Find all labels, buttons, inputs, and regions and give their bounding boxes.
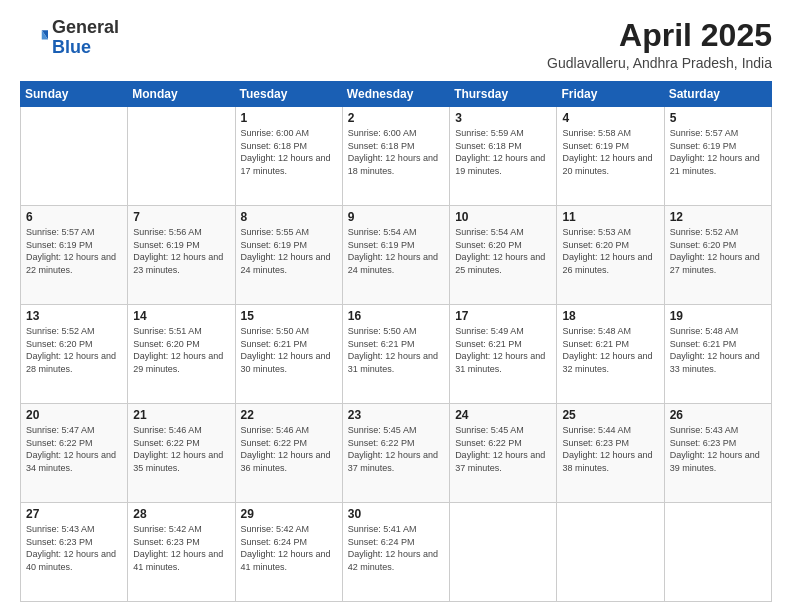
day-info: Sunrise: 5:45 AM Sunset: 6:22 PM Dayligh… xyxy=(455,424,551,474)
day-number: 28 xyxy=(133,507,229,521)
day-info: Sunrise: 5:50 AM Sunset: 6:21 PM Dayligh… xyxy=(348,325,444,375)
day-number: 5 xyxy=(670,111,766,125)
week-row-2: 6Sunrise: 5:57 AM Sunset: 6:19 PM Daylig… xyxy=(21,206,772,305)
calendar-cell xyxy=(557,503,664,602)
calendar-cell: 11Sunrise: 5:53 AM Sunset: 6:20 PM Dayli… xyxy=(557,206,664,305)
calendar-cell: 4Sunrise: 5:58 AM Sunset: 6:19 PM Daylig… xyxy=(557,107,664,206)
calendar-cell: 17Sunrise: 5:49 AM Sunset: 6:21 PM Dayli… xyxy=(450,305,557,404)
calendar-cell: 29Sunrise: 5:42 AM Sunset: 6:24 PM Dayli… xyxy=(235,503,342,602)
week-row-4: 20Sunrise: 5:47 AM Sunset: 6:22 PM Dayli… xyxy=(21,404,772,503)
day-number: 25 xyxy=(562,408,658,422)
day-number: 19 xyxy=(670,309,766,323)
calendar-cell: 14Sunrise: 5:51 AM Sunset: 6:20 PM Dayli… xyxy=(128,305,235,404)
calendar-cell: 24Sunrise: 5:45 AM Sunset: 6:22 PM Dayli… xyxy=(450,404,557,503)
calendar-title: April 2025 xyxy=(547,18,772,53)
day-info: Sunrise: 5:53 AM Sunset: 6:20 PM Dayligh… xyxy=(562,226,658,276)
calendar-cell: 6Sunrise: 5:57 AM Sunset: 6:19 PM Daylig… xyxy=(21,206,128,305)
day-info: Sunrise: 5:59 AM Sunset: 6:18 PM Dayligh… xyxy=(455,127,551,177)
day-number: 23 xyxy=(348,408,444,422)
calendar-cell: 1Sunrise: 6:00 AM Sunset: 6:18 PM Daylig… xyxy=(235,107,342,206)
title-block: April 2025 Gudlavalleru, Andhra Pradesh,… xyxy=(547,18,772,71)
calendar-cell: 10Sunrise: 5:54 AM Sunset: 6:20 PM Dayli… xyxy=(450,206,557,305)
logo-blue-text: Blue xyxy=(52,37,91,57)
day-info: Sunrise: 5:50 AM Sunset: 6:21 PM Dayligh… xyxy=(241,325,337,375)
calendar-cell: 30Sunrise: 5:41 AM Sunset: 6:24 PM Dayli… xyxy=(342,503,449,602)
calendar-cell xyxy=(21,107,128,206)
day-number: 22 xyxy=(241,408,337,422)
day-info: Sunrise: 5:43 AM Sunset: 6:23 PM Dayligh… xyxy=(26,523,122,573)
day-info: Sunrise: 5:48 AM Sunset: 6:21 PM Dayligh… xyxy=(670,325,766,375)
day-info: Sunrise: 5:52 AM Sunset: 6:20 PM Dayligh… xyxy=(26,325,122,375)
day-number: 2 xyxy=(348,111,444,125)
day-info: Sunrise: 5:51 AM Sunset: 6:20 PM Dayligh… xyxy=(133,325,229,375)
calendar-table: SundayMondayTuesdayWednesdayThursdayFrid… xyxy=(20,81,772,602)
weekday-header-thursday: Thursday xyxy=(450,82,557,107)
day-info: Sunrise: 5:44 AM Sunset: 6:23 PM Dayligh… xyxy=(562,424,658,474)
day-number: 15 xyxy=(241,309,337,323)
weekday-header-saturday: Saturday xyxy=(664,82,771,107)
logo: General Blue xyxy=(20,18,119,58)
calendar-cell: 20Sunrise: 5:47 AM Sunset: 6:22 PM Dayli… xyxy=(21,404,128,503)
calendar-cell: 16Sunrise: 5:50 AM Sunset: 6:21 PM Dayli… xyxy=(342,305,449,404)
calendar-cell: 19Sunrise: 5:48 AM Sunset: 6:21 PM Dayli… xyxy=(664,305,771,404)
day-info: Sunrise: 6:00 AM Sunset: 6:18 PM Dayligh… xyxy=(241,127,337,177)
day-number: 3 xyxy=(455,111,551,125)
day-number: 8 xyxy=(241,210,337,224)
day-number: 27 xyxy=(26,507,122,521)
calendar-cell: 28Sunrise: 5:42 AM Sunset: 6:23 PM Dayli… xyxy=(128,503,235,602)
day-number: 1 xyxy=(241,111,337,125)
calendar-cell: 3Sunrise: 5:59 AM Sunset: 6:18 PM Daylig… xyxy=(450,107,557,206)
day-number: 17 xyxy=(455,309,551,323)
calendar-cell: 26Sunrise: 5:43 AM Sunset: 6:23 PM Dayli… xyxy=(664,404,771,503)
day-number: 7 xyxy=(133,210,229,224)
calendar-cell: 8Sunrise: 5:55 AM Sunset: 6:19 PM Daylig… xyxy=(235,206,342,305)
day-info: Sunrise: 5:57 AM Sunset: 6:19 PM Dayligh… xyxy=(670,127,766,177)
day-info: Sunrise: 5:49 AM Sunset: 6:21 PM Dayligh… xyxy=(455,325,551,375)
weekday-header-friday: Friday xyxy=(557,82,664,107)
calendar-cell xyxy=(664,503,771,602)
day-number: 13 xyxy=(26,309,122,323)
day-info: Sunrise: 5:41 AM Sunset: 6:24 PM Dayligh… xyxy=(348,523,444,573)
calendar-cell: 9Sunrise: 5:54 AM Sunset: 6:19 PM Daylig… xyxy=(342,206,449,305)
weekday-header-sunday: Sunday xyxy=(21,82,128,107)
day-number: 30 xyxy=(348,507,444,521)
day-number: 16 xyxy=(348,309,444,323)
day-info: Sunrise: 5:48 AM Sunset: 6:21 PM Dayligh… xyxy=(562,325,658,375)
day-info: Sunrise: 6:00 AM Sunset: 6:18 PM Dayligh… xyxy=(348,127,444,177)
day-info: Sunrise: 5:42 AM Sunset: 6:23 PM Dayligh… xyxy=(133,523,229,573)
calendar-cell: 13Sunrise: 5:52 AM Sunset: 6:20 PM Dayli… xyxy=(21,305,128,404)
calendar-cell: 12Sunrise: 5:52 AM Sunset: 6:20 PM Dayli… xyxy=(664,206,771,305)
logo-icon xyxy=(20,24,48,52)
calendar-cell xyxy=(128,107,235,206)
weekday-header-wednesday: Wednesday xyxy=(342,82,449,107)
header: General Blue April 2025 Gudlavalleru, An… xyxy=(20,18,772,71)
calendar-cell: 5Sunrise: 5:57 AM Sunset: 6:19 PM Daylig… xyxy=(664,107,771,206)
week-row-3: 13Sunrise: 5:52 AM Sunset: 6:20 PM Dayli… xyxy=(21,305,772,404)
calendar-cell: 25Sunrise: 5:44 AM Sunset: 6:23 PM Dayli… xyxy=(557,404,664,503)
weekday-header-tuesday: Tuesday xyxy=(235,82,342,107)
calendar-cell: 18Sunrise: 5:48 AM Sunset: 6:21 PM Dayli… xyxy=(557,305,664,404)
day-number: 18 xyxy=(562,309,658,323)
day-info: Sunrise: 5:47 AM Sunset: 6:22 PM Dayligh… xyxy=(26,424,122,474)
day-info: Sunrise: 5:46 AM Sunset: 6:22 PM Dayligh… xyxy=(241,424,337,474)
day-info: Sunrise: 5:55 AM Sunset: 6:19 PM Dayligh… xyxy=(241,226,337,276)
day-info: Sunrise: 5:56 AM Sunset: 6:19 PM Dayligh… xyxy=(133,226,229,276)
calendar-cell: 21Sunrise: 5:46 AM Sunset: 6:22 PM Dayli… xyxy=(128,404,235,503)
day-info: Sunrise: 5:57 AM Sunset: 6:19 PM Dayligh… xyxy=(26,226,122,276)
day-info: Sunrise: 5:42 AM Sunset: 6:24 PM Dayligh… xyxy=(241,523,337,573)
day-info: Sunrise: 5:52 AM Sunset: 6:20 PM Dayligh… xyxy=(670,226,766,276)
calendar-subtitle: Gudlavalleru, Andhra Pradesh, India xyxy=(547,55,772,71)
calendar-cell xyxy=(450,503,557,602)
day-info: Sunrise: 5:43 AM Sunset: 6:23 PM Dayligh… xyxy=(670,424,766,474)
calendar-cell: 22Sunrise: 5:46 AM Sunset: 6:22 PM Dayli… xyxy=(235,404,342,503)
calendar-cell: 7Sunrise: 5:56 AM Sunset: 6:19 PM Daylig… xyxy=(128,206,235,305)
day-number: 11 xyxy=(562,210,658,224)
weekday-header-row: SundayMondayTuesdayWednesdayThursdayFrid… xyxy=(21,82,772,107)
weekday-header-monday: Monday xyxy=(128,82,235,107)
day-number: 14 xyxy=(133,309,229,323)
calendar-cell: 15Sunrise: 5:50 AM Sunset: 6:21 PM Dayli… xyxy=(235,305,342,404)
day-number: 20 xyxy=(26,408,122,422)
day-number: 21 xyxy=(133,408,229,422)
week-row-1: 1Sunrise: 6:00 AM Sunset: 6:18 PM Daylig… xyxy=(21,107,772,206)
logo-general-text: General xyxy=(52,17,119,37)
